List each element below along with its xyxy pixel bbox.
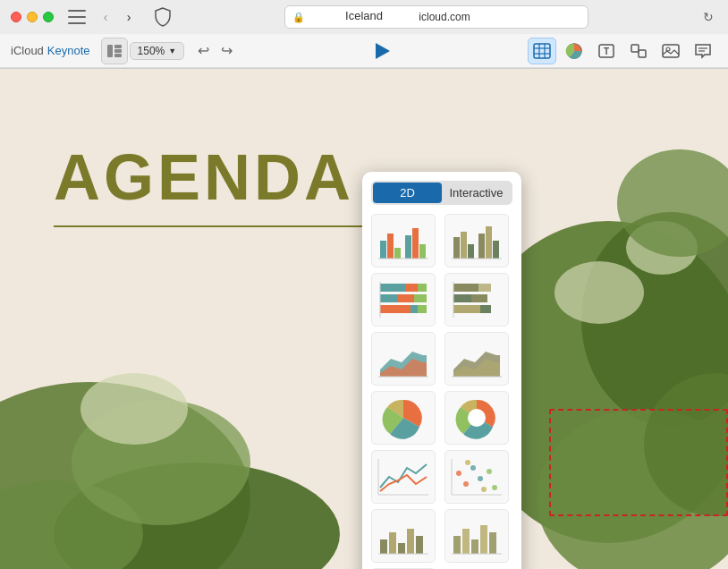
tab-interactive[interactable]: Interactive: [442, 183, 511, 203]
svg-rect-41: [486, 226, 492, 259]
chart-donut-color[interactable]: [444, 391, 509, 445]
chart-bar-muted-b[interactable]: [444, 509, 509, 563]
svg-point-29: [617, 149, 728, 257]
sidebar-toggle-button[interactable]: [68, 10, 86, 24]
svg-rect-80: [398, 543, 405, 554]
svg-rect-46: [418, 284, 427, 292]
svg-rect-30: [380, 241, 386, 259]
insert-image-button[interactable]: [656, 38, 685, 64]
svg-point-24: [581, 212, 728, 427]
chart-grouped-bar-color[interactable]: [371, 214, 436, 268]
svg-rect-59: [480, 305, 491, 313]
svg-rect-32: [394, 248, 401, 259]
icloud-label: iCloud: [11, 44, 44, 57]
svg-point-15: [666, 47, 670, 51]
svg-rect-0: [107, 45, 113, 57]
lock-icon: 🔒: [292, 12, 305, 23]
insert-comment-button[interactable]: [689, 38, 717, 64]
svg-point-68: [456, 471, 461, 476]
play-icon: [376, 43, 390, 59]
minimize-button[interactable]: [27, 12, 38, 22]
chart-type-tabs: 2D Interactive: [371, 181, 512, 205]
svg-rect-51: [411, 305, 418, 313]
chart-area-color[interactable]: [371, 332, 436, 386]
svg-point-75: [481, 487, 487, 492]
window-title: Iceland: [345, 9, 383, 22]
svg-rect-37: [453, 237, 460, 259]
svg-point-73: [492, 485, 497, 490]
chart-bar-muted-a[interactable]: [371, 509, 436, 563]
zoom-control[interactable]: 150% ▼: [130, 42, 185, 60]
redo-button[interactable]: ↪: [215, 39, 238, 63]
sidebar-view-button[interactable]: [101, 38, 128, 64]
insert-chart-button[interactable]: [560, 38, 588, 64]
selection-rect: [549, 409, 728, 516]
play-button[interactable]: [371, 39, 394, 63]
app-brand: iCloud Keynote: [11, 44, 90, 57]
svg-rect-44: [380, 284, 405, 292]
svg-point-71: [478, 476, 483, 481]
chart-area-muted[interactable]: [444, 332, 509, 386]
refresh-button[interactable]: ↻: [699, 8, 717, 26]
maximize-button[interactable]: [43, 12, 54, 22]
svg-rect-49: [414, 294, 427, 302]
svg-rect-88: [489, 532, 496, 554]
insert-text-button[interactable]: T: [592, 38, 621, 64]
back-button[interactable]: ‹: [97, 8, 114, 26]
svg-rect-12: [631, 45, 639, 52]
chart-pie-color[interactable]: [371, 391, 436, 445]
svg-rect-39: [468, 244, 474, 259]
svg-rect-2: [114, 49, 122, 53]
svg-point-22: [80, 373, 188, 445]
svg-rect-81: [407, 529, 414, 554]
app-toolbar: iCloud Keynote 150% ▼ ↩ ↪: [0, 34, 728, 68]
svg-rect-1: [114, 45, 122, 48]
agenda-title: AGENDA: [54, 140, 354, 214]
toolbar-right: T: [528, 38, 717, 64]
svg-rect-47: [380, 294, 398, 302]
svg-rect-55: [478, 284, 491, 292]
insert-table-button[interactable]: [528, 38, 556, 64]
chart-line[interactable]: [371, 450, 436, 504]
svg-rect-56: [453, 294, 471, 302]
close-button[interactable]: [11, 12, 21, 22]
svg-point-74: [465, 460, 470, 465]
svg-rect-33: [405, 235, 411, 259]
svg-point-20: [0, 480, 143, 569]
svg-rect-35: [419, 244, 426, 259]
svg-rect-82: [416, 536, 423, 554]
svg-rect-57: [471, 294, 487, 302]
chart-stacked-bar-muted[interactable]: [444, 273, 509, 327]
svg-point-21: [72, 400, 250, 525]
chart-grouped-bar-muted[interactable]: [444, 214, 509, 268]
svg-text:T: T: [604, 47, 609, 56]
svg-rect-14: [663, 45, 679, 57]
forward-button[interactable]: ›: [120, 8, 138, 26]
insert-shape-button[interactable]: [624, 38, 653, 64]
svg-rect-52: [418, 305, 427, 313]
chart-scatter[interactable]: [444, 450, 509, 504]
tab-2d[interactable]: 2D: [373, 183, 442, 203]
svg-point-69: [463, 481, 469, 487]
chart-stacked-bar-color[interactable]: [371, 273, 436, 327]
svg-rect-86: [471, 539, 478, 554]
zoom-chevron-icon: ▼: [168, 47, 176, 55]
svg-rect-79: [389, 532, 396, 554]
svg-rect-3: [114, 54, 122, 57]
nav-arrows: ‹ ›: [97, 8, 138, 26]
svg-rect-78: [380, 539, 387, 554]
svg-point-28: [626, 221, 698, 275]
svg-point-65: [468, 409, 486, 427]
svg-rect-31: [387, 234, 394, 259]
svg-rect-42: [493, 241, 499, 259]
svg-rect-34: [412, 228, 419, 259]
address-bar-container: 🔒 icloud.com: [188, 5, 685, 29]
svg-rect-87: [480, 525, 487, 554]
svg-point-27: [554, 261, 644, 324]
undo-button[interactable]: ↩: [191, 39, 215, 63]
keynote-label[interactable]: Keynote: [47, 44, 90, 57]
svg-point-18: [0, 382, 250, 569]
address-bar[interactable]: 🔒 icloud.com: [284, 5, 588, 29]
slide-area: AGENDA 2D Interactive: [0, 69, 728, 569]
svg-rect-45: [405, 284, 418, 292]
